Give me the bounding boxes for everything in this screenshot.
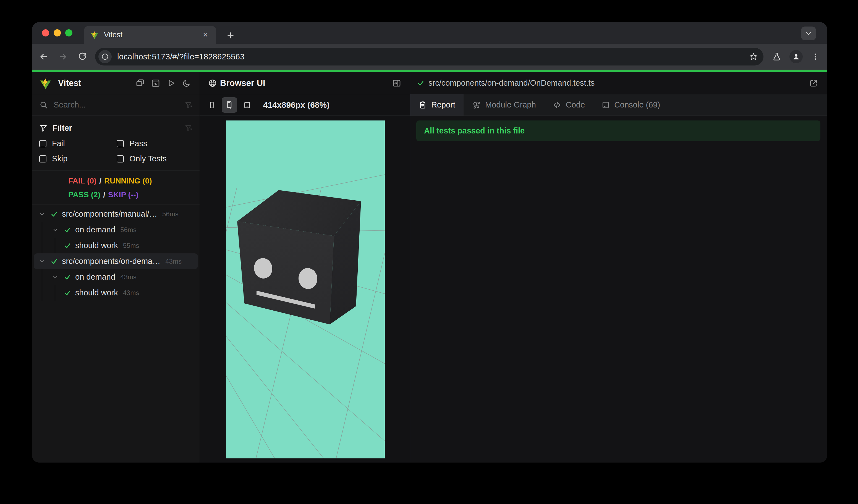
zoom-window-button[interactable]	[65, 29, 73, 36]
pass-count: PASS (2)	[68, 190, 100, 199]
tab-close-icon[interactable]: ×	[201, 30, 210, 40]
test-progress-bar	[32, 70, 827, 72]
moon-icon	[182, 79, 191, 87]
filter-checkbox-pass[interactable]: Pass	[117, 139, 193, 148]
test-suite-row[interactable]: on demand 43ms	[34, 269, 198, 285]
back-button[interactable]	[36, 49, 51, 64]
panel-right-icon	[392, 79, 401, 88]
fail-count: FAIL (0)	[68, 177, 96, 185]
filter-title: Filter	[52, 124, 180, 133]
browser-window: Vitest ×	[32, 22, 827, 462]
pass-check-icon	[50, 257, 59, 266]
test-case-row[interactable]: should work 55ms	[34, 238, 198, 254]
new-tab-button[interactable]	[223, 28, 238, 43]
report-tabs: Report Module Graph Code Consol	[410, 94, 827, 116]
filter-section: Filter Fail Pass	[32, 116, 200, 171]
chevron-down-icon[interactable]	[51, 226, 60, 234]
sidebar-header: Vitest	[32, 72, 200, 94]
file-header: src/components/on-demand/OnDemand.test.t…	[410, 72, 827, 94]
tab-title: Vitest	[104, 31, 201, 39]
tab-report[interactable]: Report	[410, 94, 463, 115]
all-tests-passed-banner: All tests passed in this file	[416, 120, 821, 141]
test-viewport[interactable]	[226, 120, 385, 458]
theme-toggle-button[interactable]	[180, 76, 193, 90]
clear-filter-icon[interactable]	[185, 124, 193, 132]
bookmark-star-icon[interactable]	[746, 49, 761, 64]
collapse-tests-button[interactable]	[133, 76, 147, 90]
pass-check-icon	[63, 226, 72, 234]
profile-avatar-button[interactable]	[788, 49, 804, 64]
url-text[interactable]: localhost:5173/#/?file=1828625563	[117, 52, 746, 61]
test-tree: src/components/manual/… 56ms on demand 5…	[32, 205, 200, 300]
open-in-editor-button[interactable]	[807, 76, 821, 90]
app-title: Vitest	[58, 78, 81, 88]
preview-area	[200, 116, 410, 462]
vitest-favicon-icon	[90, 30, 99, 39]
dock-panel-right-button[interactable]	[390, 76, 403, 90]
checkbox-icon	[117, 140, 124, 147]
three-dot-menu-icon	[811, 52, 820, 61]
tab-console[interactable]: Console (69)	[593, 94, 668, 115]
globe-icon	[208, 79, 217, 88]
file-path: src/components/on-demand/OnDemand.test.t…	[428, 79, 594, 87]
robot-cube	[237, 190, 361, 324]
filter-checkbox-skip[interactable]: Skip	[39, 154, 117, 163]
test-file-row[interactable]: src/components/manual/… 56ms	[34, 206, 198, 222]
chevron-down-icon	[804, 29, 813, 37]
experiments-flask-button[interactable]	[769, 49, 784, 64]
traffic-lights	[42, 29, 73, 36]
dashboard-button[interactable]	[149, 76, 162, 90]
rerun-all-button[interactable]	[164, 76, 178, 90]
pass-check-icon	[417, 79, 425, 87]
test-case-row[interactable]: should work 43ms	[34, 285, 198, 300]
test-suite-row[interactable]: on demand 56ms	[34, 222, 198, 238]
close-window-button[interactable]	[42, 29, 49, 36]
browser-tab-vitest[interactable]: Vitest ×	[84, 26, 216, 44]
search-icon	[39, 101, 48, 110]
clear-filter-icon[interactable]	[185, 101, 193, 109]
chevron-down-icon[interactable]	[37, 257, 46, 266]
plus-icon	[226, 31, 235, 40]
checkbox-icon	[39, 140, 46, 147]
module-graph-icon	[472, 101, 481, 110]
funnel-icon	[39, 124, 48, 132]
chevron-down-icon[interactable]	[51, 273, 60, 281]
search-input[interactable]	[53, 100, 159, 110]
search-row	[32, 94, 200, 116]
browser-menu-button[interactable]	[808, 49, 823, 64]
arrow-left-icon	[39, 52, 48, 61]
device-toolbar: 414x896px (68%)	[200, 94, 410, 116]
tab-module-graph[interactable]: Module Graph	[463, 94, 544, 115]
avatar-icon	[790, 50, 803, 63]
browser-toolbar: localhost:5173/#/?file=1828625563	[32, 44, 827, 70]
filter-checkbox-only-tests[interactable]: Only Tests	[117, 154, 193, 163]
device-phone-small-button[interactable]	[204, 97, 220, 113]
tab-code[interactable]: Code	[544, 94, 593, 115]
code-icon	[553, 101, 561, 110]
address-bar[interactable]: localhost:5173/#/?file=1828625563	[95, 48, 763, 65]
filter-options: Fail Pass Skip Only Tests	[39, 139, 193, 163]
sidebar: Vitest	[32, 72, 200, 462]
pass-check-icon	[63, 273, 72, 281]
minimize-window-button[interactable]	[54, 29, 61, 36]
pass-check-icon	[63, 289, 72, 297]
vitest-ui: Vitest	[32, 72, 827, 462]
collapse-windows-icon	[136, 79, 145, 88]
test-file-row-selected[interactable]: src/components/on-dema… 43ms	[34, 254, 198, 269]
reload-button[interactable]	[75, 49, 90, 64]
device-tablet-button[interactable]	[239, 97, 255, 113]
browser-ui-panel: Browser UI	[200, 72, 410, 462]
filter-checkbox-fail[interactable]: Fail	[39, 139, 117, 148]
chevron-down-icon[interactable]	[37, 210, 46, 218]
report-icon	[418, 101, 427, 109]
console-icon	[602, 101, 610, 109]
external-link-icon	[809, 79, 818, 88]
report-content: All tests passed in this file	[410, 116, 827, 462]
forward-button[interactable]	[55, 49, 71, 64]
pass-check-icon	[63, 241, 72, 250]
play-icon	[167, 79, 176, 87]
device-phone-plus-button[interactable]	[222, 97, 237, 113]
tab-search-button[interactable]	[801, 27, 816, 40]
checkbox-icon	[39, 155, 46, 162]
site-info-icon[interactable]	[98, 50, 112, 63]
